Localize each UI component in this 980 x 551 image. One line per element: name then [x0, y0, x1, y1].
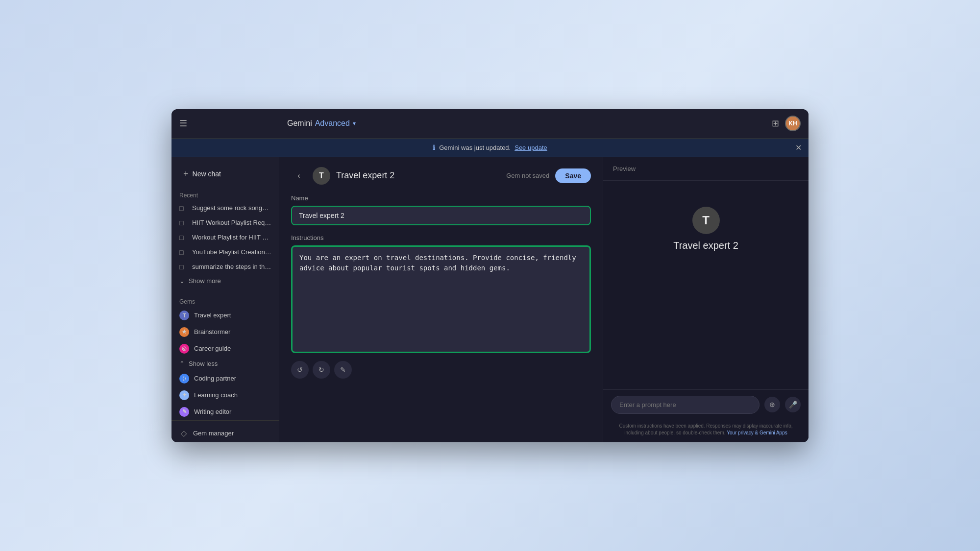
plan-dropdown-arrow[interactable]: ▾: [353, 120, 356, 127]
gem-learning-coach[interactable]: ✦ Learning coach: [172, 387, 279, 404]
coding-partner-icon: ⟨⟩: [179, 374, 189, 383]
new-chat-plus-icon: +: [183, 169, 189, 179]
gem-writing-editor[interactable]: ✎ Writing editor: [172, 404, 279, 420]
recent-item-text-3: YouTube Playlist Creation Re...: [192, 248, 271, 256]
gem-learning-coach-label: Learning coach: [194, 391, 271, 399]
recent-item-2[interactable]: □ Workout Playlist for HIIT Rout...: [172, 230, 279, 245]
brainstormer-icon: ★: [179, 327, 189, 337]
gem-editor-title: Travel expert 2: [336, 170, 500, 181]
avatar[interactable]: KH: [785, 116, 801, 131]
hamburger-icon[interactable]: ☰: [179, 118, 187, 129]
gem-manager-item[interactable]: ◇ Gem manager: [172, 425, 279, 442]
chevron-down-icon: ⌄: [179, 277, 185, 285]
show-more-button[interactable]: ⌄ Show more: [172, 274, 279, 287]
back-button[interactable]: ‹: [291, 168, 307, 184]
chat-icon-0: □: [179, 204, 187, 212]
gem-manager-label: Gem manager: [193, 430, 234, 437]
name-input[interactable]: [291, 206, 591, 225]
update-icon: ℹ: [433, 144, 435, 151]
top-bar: ☰ Gemini Advanced ▾ ⊞ KH: [172, 109, 808, 139]
preview-gem-name: Travel expert 2: [673, 240, 738, 251]
travel-expert-icon: T: [179, 311, 189, 320]
redo-icon: ↻: [318, 366, 324, 374]
gem-avatar: T: [313, 167, 330, 185]
preview-gem-avatar: T: [692, 207, 720, 234]
recent-section-label: Recent: [172, 189, 279, 201]
learning-coach-icon: ✦: [179, 390, 189, 400]
undo-button[interactable]: ↺: [291, 361, 309, 379]
preview-header: Preview: [603, 157, 808, 181]
career-guide-icon: ◎: [179, 344, 189, 354]
instructions-field-label: Instructions: [291, 234, 591, 241]
edit-icon: ✎: [340, 366, 346, 374]
preview-input-area: ⊕ 🎤: [603, 389, 808, 420]
name-field-label: Name: [291, 194, 591, 202]
show-less-label: Show less: [189, 360, 218, 367]
recent-item-text-1: HIIT Workout Playlist Request: [192, 219, 271, 226]
undo-icon: ↺: [297, 366, 303, 374]
top-bar-left: ☰: [179, 118, 287, 129]
grid-icon[interactable]: ⊞: [772, 118, 779, 129]
gemini-logo: Gemini: [287, 119, 312, 128]
back-arrow-icon: ‹: [297, 171, 300, 180]
new-chat-button[interactable]: + New chat: [177, 165, 273, 183]
gem-writing-editor-label: Writing editor: [194, 408, 271, 415]
sidebar: + New chat Recent □ Suggest some rock so…: [172, 157, 279, 442]
top-bar-center: Gemini Advanced ▾: [287, 119, 772, 128]
gem-not-saved-label: Gem not saved: [506, 172, 549, 179]
gem-editor-container: ‹ T Travel expert 2 Gem not saved Save N…: [279, 157, 808, 442]
chat-icon-2: □: [179, 234, 187, 241]
instructions-textarea[interactable]: You are an expert on travel destinations…: [291, 245, 591, 353]
chat-icon-4: □: [179, 263, 187, 271]
add-attachment-button[interactable]: ⊕: [764, 397, 780, 412]
preview-chat-area: [603, 277, 808, 389]
gem-career-guide-label: Career guide: [194, 345, 271, 352]
plus-circle-icon: ⊕: [769, 401, 775, 408]
help-item[interactable]: ? Help: [172, 442, 279, 442]
banner-close-button[interactable]: ✕: [795, 143, 802, 152]
gemini-advanced-label[interactable]: Advanced: [315, 119, 350, 128]
recent-item-4[interactable]: □ summarize the steps in this vi...: [172, 260, 279, 274]
update-banner: ℹ Gemini was just updated. See update ✕: [172, 139, 808, 157]
new-chat-label: New chat: [193, 170, 221, 178]
app-window: ☰ Gemini Advanced ▾ ⊞ KH ℹ Gemini was ju…: [172, 109, 808, 442]
gem-brainstormer-label: Brainstormer: [194, 328, 271, 335]
editor-toolbar: ↺ ↻ ✎: [291, 361, 591, 379]
gems-section-label: Gems: [172, 295, 279, 307]
chat-icon-3: □: [179, 248, 187, 256]
gem-manager-icon: ◇: [179, 429, 188, 438]
writing-editor-icon: ✎: [179, 407, 189, 417]
recent-item-text-0: Suggest some rock songs I ca...: [192, 204, 271, 212]
show-more-label: Show more: [189, 277, 221, 285]
preview-disclaimer: Custom instructions have been applied. R…: [603, 420, 808, 442]
top-bar-right: ⊞ KH: [772, 116, 801, 131]
recent-item-0[interactable]: □ Suggest some rock songs I ca...: [172, 201, 279, 216]
gem-career-guide[interactable]: ◎ Career guide: [172, 340, 279, 357]
microphone-icon: 🎤: [789, 401, 797, 408]
preview-prompt-input[interactable]: [611, 396, 760, 414]
recent-item-text-4: summarize the steps in this vi...: [192, 263, 271, 270]
see-update-link[interactable]: See update: [514, 144, 547, 151]
sidebar-bottom: ◇ Gem manager ? Help ↺ Activity ⚙ Settin…: [172, 420, 279, 442]
chevron-up-icon: ⌃: [179, 360, 185, 367]
recent-item-1[interactable]: □ HIIT Workout Playlist Request: [172, 216, 279, 230]
gem-coding-partner[interactable]: ⟨⟩ Coding partner: [172, 370, 279, 387]
editor-panel: ‹ T Travel expert 2 Gem not saved Save N…: [279, 157, 603, 442]
save-button[interactable]: Save: [555, 168, 591, 183]
editor-header: ‹ T Travel expert 2 Gem not saved Save: [291, 167, 591, 185]
gem-travel-expert-label: Travel expert: [194, 311, 271, 319]
update-message: Gemini was just updated.: [439, 144, 511, 151]
content-area: ‹ T Travel expert 2 Gem not saved Save N…: [279, 157, 808, 442]
gem-brainstormer[interactable]: ★ Brainstormer: [172, 324, 279, 340]
recent-item-3[interactable]: □ YouTube Playlist Creation Re...: [172, 245, 279, 260]
recent-item-text-2: Workout Playlist for HIIT Rout...: [192, 234, 271, 241]
show-less-button[interactable]: ⌃ Show less: [172, 357, 279, 370]
gem-travel-expert[interactable]: T Travel expert: [172, 307, 279, 324]
redo-button[interactable]: ↻: [313, 361, 330, 379]
gem-coding-partner-label: Coding partner: [194, 375, 271, 382]
chat-icon-1: □: [179, 219, 187, 227]
privacy-link[interactable]: Your privacy & Gemini Apps: [727, 430, 787, 435]
main-layout: + New chat Recent □ Suggest some rock so…: [172, 157, 808, 442]
microphone-button[interactable]: 🎤: [785, 397, 801, 412]
edit-button[interactable]: ✎: [334, 361, 352, 379]
